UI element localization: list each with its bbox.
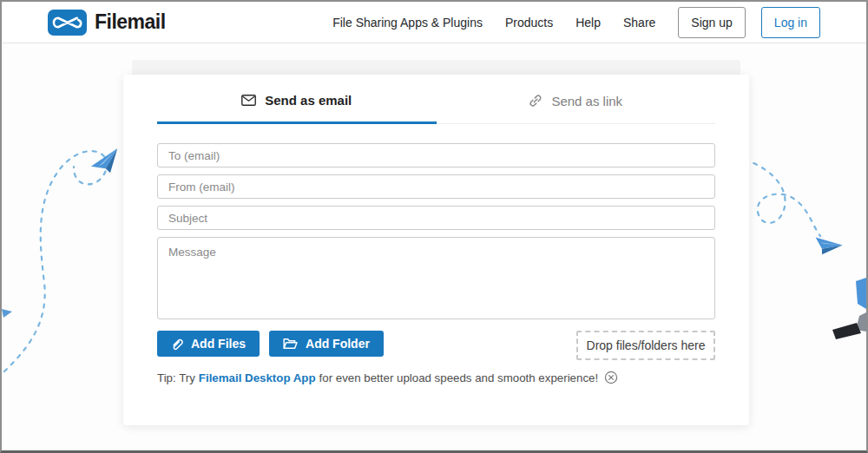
main-nav: File Sharing Apps & Plugins Products Hel… xyxy=(332,7,820,38)
drop-files-zone-label: Drop files/folders here xyxy=(587,338,706,352)
tab-send-as-email[interactable]: Send as email xyxy=(157,75,437,124)
filemail-logo[interactable]: Filemail xyxy=(48,10,166,36)
add-folder-button[interactable]: Add Folder xyxy=(269,331,384,357)
to-email-input[interactable] xyxy=(157,143,715,167)
add-files-button[interactable]: Add Files xyxy=(157,331,260,357)
nav-help[interactable]: Help xyxy=(575,16,601,30)
paper-plane-fragment-icon xyxy=(2,309,12,318)
add-files-label: Add Files xyxy=(191,337,246,351)
message-textarea[interactable] xyxy=(157,237,715,319)
desktop-app-tip: Tip: Try Filemail Desktop App for even b… xyxy=(157,371,715,384)
nav-share[interactable]: Share xyxy=(623,16,655,30)
envelope-icon xyxy=(241,95,256,106)
filemail-logo-icon xyxy=(48,10,87,36)
nav-file-sharing-apps[interactable]: File Sharing Apps & Plugins xyxy=(332,16,483,30)
signup-button[interactable]: Sign up xyxy=(678,7,745,38)
chain-link-icon xyxy=(529,94,542,108)
desktop-app-link[interactable]: Filemail Desktop App xyxy=(199,371,316,384)
transfer-mode-tabs: Send as email Send as link xyxy=(157,75,715,124)
paper-plane-icon xyxy=(89,148,122,177)
from-email-input[interactable] xyxy=(157,174,715,199)
tab-send-as-link-label: Send as link xyxy=(551,94,622,108)
transfer-card: Send as email Send as link xyxy=(123,75,749,425)
tip-prefix: Tip: Try xyxy=(157,371,195,384)
top-navigation-bar: Filemail File Sharing Apps & Plugins Pro… xyxy=(2,2,866,43)
dashed-flightpath-right xyxy=(742,154,868,272)
subject-input[interactable] xyxy=(157,206,715,230)
tab-send-as-link[interactable]: Send as link xyxy=(437,75,716,124)
dismiss-tip-button[interactable] xyxy=(604,371,618,384)
tab-send-as-email-label: Send as email xyxy=(265,93,352,108)
dashed-flightpath-left xyxy=(2,104,128,395)
tip-suffix: for even better upload speeds and smooth… xyxy=(319,371,599,384)
paper-plane-icon xyxy=(810,229,843,261)
attachment-actions-row: Add Files Add Folder Drop files/folders … xyxy=(157,331,715,360)
circled-x-icon xyxy=(604,371,618,384)
folder-open-icon xyxy=(283,338,298,350)
login-button[interactable]: Log in xyxy=(761,7,820,38)
filemail-homepage: Filemail File Sharing Apps & Plugins Pro… xyxy=(0,0,868,453)
drop-files-zone[interactable]: Drop files/folders here xyxy=(576,331,715,360)
paperclip-icon xyxy=(171,338,183,351)
nav-products[interactable]: Products xyxy=(505,16,553,30)
brand-name: Filemail xyxy=(95,10,166,34)
add-folder-label: Add Folder xyxy=(306,337,370,351)
cutoff-illustration-right-edge xyxy=(830,278,866,360)
email-transfer-form: Add Files Add Folder Drop files/folders … xyxy=(157,143,715,384)
